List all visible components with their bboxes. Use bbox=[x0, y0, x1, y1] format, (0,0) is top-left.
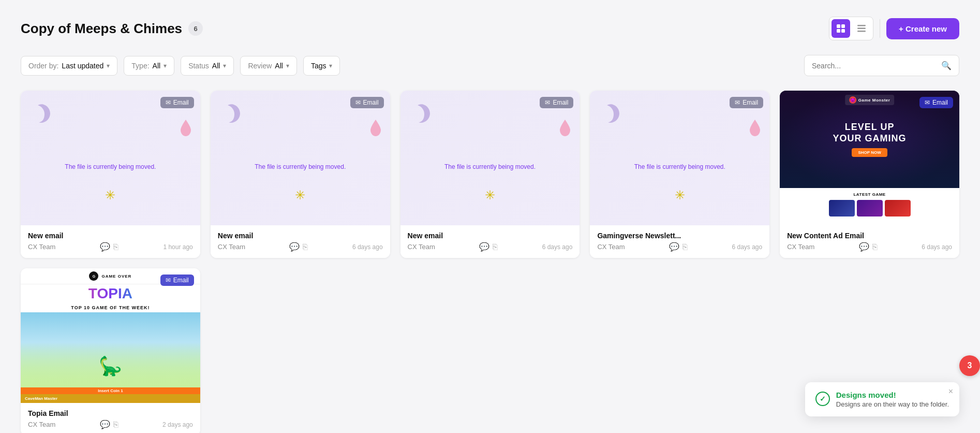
topia-image: 🦕 bbox=[21, 312, 200, 387]
gaming-thumb-1: Bowling Master 2 bbox=[829, 200, 855, 221]
copy-icon[interactable]: ⎘ bbox=[113, 420, 118, 429]
topia-subtitle: TOP 10 GAME OF THE WEEK! bbox=[21, 303, 200, 312]
comment-icon[interactable]: 💬 bbox=[289, 242, 300, 252]
topia-insert-coin: Insert Coin 1 bbox=[21, 387, 200, 394]
card-gamingverse[interactable]: ✳ The file is currently being moved. ✉ E… bbox=[590, 91, 769, 258]
comment-icon[interactable]: 💬 bbox=[479, 242, 489, 252]
card-time: 6 days ago bbox=[542, 243, 573, 251]
email-badge: ✉ Email bbox=[160, 275, 194, 286]
badge-label: Email bbox=[363, 99, 379, 106]
count-badge: 6 bbox=[188, 21, 203, 36]
gaming-thumb-3: Raider Game bbox=[885, 200, 911, 221]
gaming-title-line2: YOUR GAMING bbox=[833, 133, 907, 145]
comment-icon[interactable]: 💬 bbox=[669, 242, 679, 252]
svg-rect-4 bbox=[857, 25, 866, 26]
snowflake-icon: ✳ bbox=[105, 188, 115, 203]
toast-check-icon: ✓ bbox=[815, 392, 830, 406]
divider bbox=[880, 19, 880, 38]
topia-caveman: CaveMan Master bbox=[21, 394, 200, 403]
header: Copy of Meeps & Chimes 6 bbox=[21, 17, 959, 40]
card-preview: G GAME OVER TOPIA TOP 10 GAME OF THE WEE… bbox=[21, 268, 200, 403]
search-input[interactable] bbox=[812, 62, 937, 70]
card-topia[interactable]: G GAME OVER TOPIA TOP 10 GAME OF THE WEE… bbox=[21, 268, 200, 433]
comment-icon[interactable]: 💬 bbox=[100, 242, 110, 252]
chevron-down-icon: ▾ bbox=[107, 62, 110, 69]
card-preview: ✳ The file is currently being moved. ✉ E… bbox=[400, 91, 580, 225]
filters-bar: Order by: Last updated ▾ Type: All ▾ Sta… bbox=[21, 55, 959, 76]
card-preview: ✳ The file is currently being moved. ✉ E… bbox=[211, 91, 390, 225]
card-new-email-1[interactable]: ✳ The file is currently being moved. ✉ E… bbox=[21, 91, 200, 258]
toast-close-button[interactable]: × bbox=[948, 387, 953, 396]
badge-label: Email bbox=[173, 99, 189, 106]
email-badge: ✉ Email bbox=[160, 97, 194, 108]
order-label: Order by: bbox=[28, 62, 58, 70]
envelope-icon: ✉ bbox=[166, 277, 171, 284]
list-view-button[interactable] bbox=[852, 19, 871, 38]
gaming-cta: SHOP NOW bbox=[852, 148, 887, 157]
copy-icon[interactable]: ⎘ bbox=[113, 242, 118, 252]
thumb-red bbox=[885, 200, 911, 216]
notification-bubble[interactable]: 3 bbox=[959, 355, 980, 376]
create-new-button[interactable]: + Create new bbox=[886, 18, 959, 39]
card-footer: Topia Email CX Team 💬 ⎘ 2 days ago bbox=[21, 403, 200, 433]
tags-filter[interactable]: Tags ▾ bbox=[303, 56, 340, 76]
snowflake-icon: ✳ bbox=[295, 188, 305, 203]
card-meta: CX Team 💬 ⎘ 2 days ago bbox=[28, 420, 193, 429]
teardrop-icon bbox=[181, 120, 191, 136]
card-preview: ✳ The file is currently being moved. ✉ E… bbox=[590, 91, 769, 225]
svg-rect-2 bbox=[837, 29, 840, 33]
copy-icon[interactable]: ⎘ bbox=[303, 242, 308, 252]
toast-notification: ✓ Designs moved! Designs are on their wa… bbox=[805, 382, 959, 416]
toast-content: Designs moved! Designs are on their way … bbox=[836, 391, 949, 408]
moving-text: The file is currently being moved. bbox=[414, 163, 567, 170]
copy-icon[interactable]: ⎘ bbox=[682, 242, 688, 252]
comment-icon[interactable]: 💬 bbox=[100, 420, 110, 429]
chevron-down-icon: ▾ bbox=[223, 62, 226, 69]
teardrop-icon bbox=[560, 120, 570, 136]
type-filter[interactable]: Type: All ▾ bbox=[124, 56, 174, 76]
review-filter[interactable]: Review All ▾ bbox=[240, 56, 296, 76]
crescent-icon bbox=[220, 103, 242, 125]
email-badge: ✉ Email bbox=[919, 97, 953, 108]
copy-icon[interactable]: ⎘ bbox=[493, 242, 498, 252]
chevron-down-icon: ▾ bbox=[164, 62, 167, 69]
card-footer: New email CX Team 💬 ⎘ 1 hour ago bbox=[21, 225, 200, 258]
snowflake-icon: ✳ bbox=[675, 188, 685, 203]
topia-logo-circle: G bbox=[89, 271, 98, 281]
gaming-email-preview: 😈 Game Monster LEVEL UP YOUR GAMING SHOP… bbox=[780, 91, 959, 225]
search-box[interactable]: 🔍 bbox=[804, 55, 959, 76]
card-footer: New email CX Team 💬 ⎘ 6 days ago bbox=[400, 225, 580, 258]
badge-label: Email bbox=[932, 99, 948, 106]
card-new-email-2[interactable]: ✳ The file is currently being moved. ✉ E… bbox=[211, 91, 390, 258]
search-icon: 🔍 bbox=[941, 61, 952, 70]
copy-icon[interactable]: ⎘ bbox=[872, 242, 878, 252]
crescent-icon bbox=[410, 103, 432, 125]
order-by-filter[interactable]: Order by: Last updated ▾ bbox=[21, 56, 117, 76]
svg-rect-0 bbox=[837, 24, 840, 28]
moving-text: The file is currently being moved. bbox=[34, 163, 187, 170]
card-actions: 💬 ⎘ bbox=[669, 242, 688, 252]
comment-icon[interactable]: 💬 bbox=[859, 242, 869, 252]
card-actions: 💬 ⎘ bbox=[859, 242, 878, 252]
card-footer: New email CX Team 💬 ⎘ 6 days ago bbox=[211, 225, 390, 258]
grid-view-button[interactable] bbox=[831, 19, 850, 38]
card-new-content-ad[interactable]: 😈 Game Monster LEVEL UP YOUR GAMING SHOP… bbox=[780, 91, 959, 258]
card-new-email-3[interactable]: ✳ The file is currently being moved. ✉ E… bbox=[400, 91, 580, 258]
card-meta: CX Team 💬 ⎘ 6 days ago bbox=[787, 242, 952, 252]
email-badge: ✉ Email bbox=[730, 97, 763, 108]
card-team: CX Team bbox=[28, 421, 55, 428]
page-title: Copy of Meeps & Chimes bbox=[21, 21, 182, 37]
status-label: Status bbox=[188, 62, 209, 70]
card-meta: CX Team 💬 ⎘ 6 days ago bbox=[408, 242, 573, 252]
gaming-bottom: LATEST GAME Bowling Master 2 Ping Pong 5 bbox=[780, 188, 959, 225]
svg-rect-3 bbox=[841, 29, 845, 33]
envelope-icon: ✉ bbox=[355, 99, 361, 106]
crescent-icon bbox=[30, 103, 52, 125]
svg-rect-5 bbox=[857, 28, 866, 30]
card-team: CX Team bbox=[787, 243, 814, 251]
topia-character: 🦕 bbox=[99, 355, 122, 377]
status-filter[interactable]: Status All ▾ bbox=[181, 56, 234, 76]
card-footer: Gamingverse Newslett... CX Team 💬 ⎘ 6 da… bbox=[590, 225, 769, 258]
card-time: 2 days ago bbox=[162, 421, 193, 428]
card-time: 6 days ago bbox=[352, 243, 383, 251]
